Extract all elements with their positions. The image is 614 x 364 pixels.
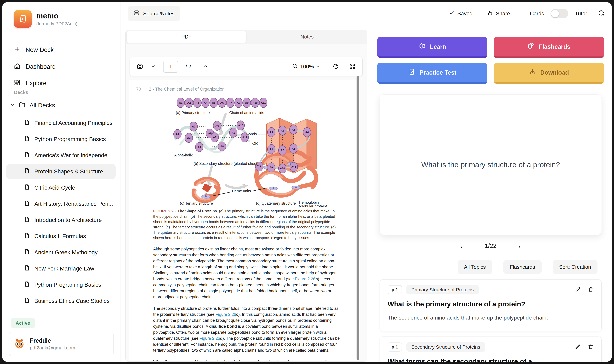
next-card-button[interactable]: →	[514, 241, 522, 250]
deck-item[interactable]: Introduction to Architecture	[6, 213, 116, 227]
deck-item[interactable]: Python Programming Basics	[6, 132, 116, 147]
edit-icon[interactable]	[575, 344, 581, 350]
zoom-control[interactable]: 100%	[292, 63, 320, 70]
svg-text:Heme units: Heme units	[232, 189, 251, 193]
share-button[interactable]: Share	[487, 10, 510, 17]
flashcard-preview[interactable]: What is the primary structure of a prote…	[380, 94, 602, 235]
source-notes-button[interactable]: Source/Notes	[128, 6, 180, 21]
sidebar: memo (formerly PDF2Anki) New Deck Dashbo…	[2, 2, 121, 362]
zoom-level: 100%	[300, 64, 314, 70]
flashcards-button[interactable]: Flashcards	[494, 37, 604, 58]
page-number-input[interactable]	[163, 61, 178, 73]
svg-text:Alpha-helix: Alpha-helix	[174, 153, 193, 157]
pdf-scrollbar[interactable]	[356, 76, 359, 360]
svg-text:Chain of amino acids: Chain of amino acids	[229, 111, 264, 115]
protein-structure-figure: A1A2A3A4A5A6A7A8A9A10A11 A2A6A10A1A5A9A3…	[153, 93, 341, 207]
flashcard-list-item: p.1 Primary Structure of Proteins What i…	[380, 279, 602, 331]
tab-notes[interactable]: Notes	[247, 30, 367, 44]
chevron-up-icon	[203, 64, 208, 70]
deck-item[interactable]: Calculus II Formulas	[6, 229, 116, 244]
svg-text:A4: A4	[305, 131, 309, 134]
svg-text:A9: A9	[269, 166, 273, 169]
expand-icon	[349, 63, 355, 70]
flashcards-filter[interactable]: Flashcards	[503, 260, 542, 274]
download-button[interactable]: Download	[494, 63, 604, 84]
all-decks-folder[interactable]: All Decks	[10, 101, 55, 110]
tutor-toggle-label: Tutor	[575, 11, 587, 17]
figure-2-26d-link[interactable]: Figure 2.26	[200, 336, 220, 340]
topbar: Source/Notes Saved Share Cards Tutor	[121, 2, 612, 25]
deck-item-label: Python Programming Basics	[34, 136, 106, 142]
svg-text:OR: OR	[252, 141, 258, 146]
svg-text:A11: A11	[242, 136, 247, 139]
cards-toggle-label: Cards	[530, 11, 544, 17]
pdf-panel: PDF Notes / 2 100%	[125, 30, 367, 362]
svg-text:A1: A1	[179, 101, 182, 104]
sidebar-item-dashboard[interactable]: Dashboard	[14, 63, 56, 71]
file-icon	[24, 184, 30, 191]
rotate-icon	[333, 63, 339, 70]
topic-chip: Primary Structure of Proteins	[406, 285, 478, 294]
learn-button[interactable]: Learn	[377, 37, 487, 58]
avatar	[13, 338, 26, 351]
deck-item[interactable]: Business Ethics Case Studies	[6, 293, 116, 308]
prev-card-button[interactable]: ←	[459, 241, 467, 250]
svg-text:A3: A3	[195, 101, 199, 104]
svg-text:A5: A5	[212, 101, 216, 104]
deck-item[interactable]: Art History: Renaissance Peri...	[6, 196, 116, 211]
user-profile[interactable]: Freddie pdf2anki@gmail.com	[9, 332, 114, 356]
practice-test-button[interactable]: Practice Test	[377, 63, 487, 84]
svg-text:A2: A2	[192, 125, 195, 128]
explore-label: Explore	[26, 80, 46, 87]
trash-icon[interactable]	[588, 286, 594, 293]
rotate-button[interactable]	[333, 63, 339, 70]
svg-text:A3: A3	[187, 136, 191, 140]
file-icon	[24, 249, 30, 256]
page-down-button[interactable]	[150, 64, 156, 70]
svg-text:A5: A5	[292, 147, 295, 150]
svg-text:A6: A6	[220, 101, 224, 104]
all-topics-filter[interactable]: All Topics	[458, 260, 492, 274]
sidebar-item-explore[interactable]: Explore	[14, 79, 46, 88]
file-icon	[24, 135, 30, 143]
snapshot-button[interactable]	[137, 63, 143, 70]
deck-item[interactable]: Python Programing Basics	[6, 277, 116, 292]
refresh-button[interactable]	[598, 10, 605, 18]
trash-icon[interactable]	[588, 344, 594, 350]
fullscreen-button[interactable]	[349, 63, 355, 70]
deck-item-label: Financial Accounting Principles	[34, 120, 112, 126]
file-icon	[24, 200, 30, 208]
cards-tutor-toggle[interactable]	[550, 9, 568, 18]
svg-text:A9: A9	[245, 101, 248, 104]
file-icon	[24, 265, 30, 272]
svg-text:A11: A11	[291, 166, 296, 169]
edit-icon[interactable]	[575, 286, 581, 293]
deck-item[interactable]: Financial Accounting Principles	[6, 116, 116, 130]
deck-item[interactable]: America's War for Independe...	[6, 148, 116, 163]
deck-item-label: Protein Shapes & Structure	[34, 168, 103, 175]
svg-text:(b) Secondary structure (pleat: (b) Secondary structure (pleated sheet)	[194, 161, 259, 166]
deck-item[interactable]: Citric Acid Cycle	[6, 180, 116, 195]
svg-text:(d) Quaternary structure: (d) Quaternary structure	[256, 201, 296, 206]
deck-item[interactable]: Ancient Greek Mythology	[6, 245, 116, 260]
app-window: memo (formerly PDF2Anki) New Deck Dashbo…	[2, 2, 612, 362]
figure-2-26b-link[interactable]: Figure 2.26	[295, 277, 315, 281]
new-deck-button[interactable]: New Deck	[14, 46, 54, 54]
deck-item[interactable]: Protein Shapes & Structure	[6, 164, 116, 179]
download-icon	[529, 68, 536, 77]
figure-2-26c-link[interactable]: Figure 2.26	[216, 312, 236, 317]
tab-pdf[interactable]: PDF	[127, 31, 246, 43]
sort-filter[interactable]: Sort: Creation	[553, 260, 598, 274]
flashcard-pager: ← 1/22 →	[377, 241, 604, 250]
svg-text:A4: A4	[198, 146, 201, 149]
page-up-button[interactable]	[203, 64, 208, 70]
viewer-tabbar: PDF Notes	[126, 30, 367, 44]
file-icon	[24, 281, 30, 288]
app-title: memo	[36, 12, 77, 20]
pdf-running-head: 2 • The Chemical Level of Organization	[149, 87, 225, 92]
saved-status: Saved	[449, 10, 473, 17]
deck-item[interactable]: New York Marriage Law	[6, 261, 116, 276]
pdf-document: 70 2 • The Chemical Level of Organizatio…	[129, 80, 360, 361]
flashcards-label: Flashcards	[539, 43, 570, 50]
page-ref-badge: p.1	[388, 285, 402, 294]
